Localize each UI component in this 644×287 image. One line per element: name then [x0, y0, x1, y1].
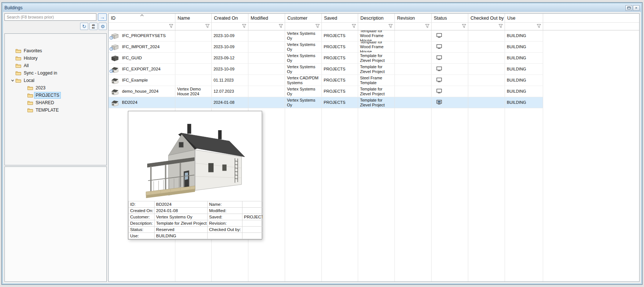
sync-clock-icon [109, 69, 113, 74]
preview-value: Reserved [155, 227, 208, 233]
rename-icon-line2: ac [92, 26, 95, 29]
table-row-ifc-import-2024[interactable]: IFC_IMPORT_20242023-10-09Vertex Systems … [109, 42, 543, 53]
cell-saved: PROJECTS [322, 30, 358, 41]
sort-ascending-icon [141, 14, 144, 17]
cell-use: BUILDING [505, 64, 543, 75]
funnel-icon [462, 24, 466, 29]
column-header-status[interactable]: Status [432, 14, 468, 22]
column-header-id[interactable]: ID [109, 14, 175, 22]
column-header-use[interactable]: Use [505, 14, 543, 22]
cell-revision [395, 30, 432, 41]
cell-modified [248, 30, 285, 41]
folder-tree: FavoritesHistoryAllSync - Logged inLocal… [4, 33, 107, 165]
tree-item-label: Favorites [23, 48, 43, 54]
close-button[interactable]: × [633, 5, 640, 11]
preview-details-table: ID:BD2024Name:Created On:2024-01-08Modif… [128, 201, 263, 239]
filter-button-modified[interactable] [278, 23, 284, 29]
cell-description: Template for Zlevel Project [358, 64, 395, 75]
rename-button[interactable]: ab ac [89, 23, 98, 30]
filter-button-name[interactable] [204, 23, 211, 29]
table-row-ifc-example[interactable]: IFC_Example01.11.2023Vertex CAD/PDM Syst… [109, 75, 543, 86]
filter-cell-status [432, 23, 468, 30]
table-row-ifc-export-2024[interactable]: IFC_EXPORT_20242023-10-09Vertex Systems … [109, 64, 543, 75]
funnel-icon [278, 24, 283, 29]
search-input[interactable] [4, 13, 96, 21]
filter-button-revision[interactable] [424, 23, 430, 29]
cell-id: IFC_IMPORT_2024 [109, 42, 175, 52]
column-header-customer[interactable]: Customer [285, 14, 322, 22]
table-row-ifc-guid[interactable]: IFC_GUID2023-09-12Vertex Systems OyPROJE… [109, 53, 543, 64]
status-available-icon [436, 77, 442, 83]
folder-icon [27, 108, 34, 113]
folder-icon [15, 70, 23, 76]
cell-saved: PROJECTS [322, 64, 358, 75]
filter-button-description[interactable] [387, 23, 394, 29]
preview-row: ID:BD2024Name: [129, 201, 263, 208]
float-button[interactable] [625, 5, 632, 11]
folder-icon [27, 100, 34, 105]
filter-cell-customer [285, 23, 322, 30]
filter-button-use[interactable] [536, 23, 542, 29]
funnel-icon [169, 24, 174, 29]
settings-button[interactable]: ⚙ [99, 23, 107, 30]
cell-description: Steel Frame Template [358, 75, 395, 86]
preview-value: BD2024 [155, 201, 208, 208]
column-header-modified[interactable]: Modified [248, 14, 285, 22]
cell-checked-out-by [468, 97, 505, 108]
column-header-checked-out-by[interactable]: Checked Out by [468, 14, 505, 22]
preview-value: 2024-01-08 [155, 208, 208, 214]
cell-saved: PROJECTS [322, 53, 358, 63]
tree-item-template[interactable]: TEMPLATE [5, 106, 106, 114]
filter-button-saved[interactable] [351, 23, 357, 29]
preview-label: Status: [129, 227, 155, 233]
preview-value [242, 233, 263, 239]
folder-icon [15, 78, 23, 83]
column-header-revision[interactable]: Revision [395, 14, 432, 22]
column-header-name[interactable]: Name [175, 14, 212, 22]
titlebar[interactable]: Buildings × [3, 4, 641, 12]
tree-item-projects[interactable]: PROJECTS [5, 92, 106, 99]
table-row-ifc-propertysets[interactable]: IFC_PROPERTYSETS2023-10-09Vertex Systems… [109, 30, 543, 42]
tree-item-shared[interactable]: SHARED [5, 99, 106, 106]
tree-item-local[interactable]: Local [5, 77, 106, 84]
preview-value [242, 220, 263, 227]
preview-label: Name: [208, 201, 242, 208]
table-row-bd2024[interactable]: BD20242024-01-08Vertex Systems OyPROJECT… [109, 97, 543, 108]
cell-saved: PROJECTS [322, 86, 358, 97]
search-row: → [4, 13, 107, 21]
tree-item-label: Local [23, 77, 36, 83]
folder-icon [27, 93, 34, 98]
funnel-icon [388, 24, 393, 29]
refresh-button[interactable]: ↻ [80, 23, 88, 30]
collapse-icon[interactable] [10, 78, 15, 83]
cell-name [175, 75, 212, 86]
preview-row: Created On:2024-01-08Modified: [129, 208, 263, 214]
filter-button-customer[interactable] [314, 23, 321, 29]
funnel-icon [536, 24, 541, 29]
grid-line [543, 108, 543, 281]
search-go-button[interactable]: → [98, 13, 107, 21]
filter-button-checked-out-by[interactable] [498, 23, 504, 29]
column-header-label: Revision [397, 16, 415, 21]
tree-item-all[interactable]: All [5, 62, 106, 69]
table-row-demo-house-2024[interactable]: demo_house_2024Vertex Demo House 202412.… [109, 86, 543, 97]
column-header-description[interactable]: Description [358, 14, 395, 22]
filter-button-status[interactable] [461, 23, 467, 29]
column-header-created-on[interactable]: Created On [212, 14, 248, 22]
cell-name [175, 42, 212, 52]
filter-button-id[interactable] [168, 23, 174, 29]
tree-item-2023[interactable]: 2023 [5, 84, 106, 92]
cell-saved: PROJECTS [322, 97, 358, 108]
tree-item-sync-logged-in[interactable]: Sync - Logged in [5, 69, 106, 77]
filter-button-created-on[interactable] [241, 23, 247, 29]
cell-customer: Vertex Systems Oy [285, 86, 322, 97]
column-header-saved[interactable]: Saved [322, 14, 358, 22]
folder-icon [15, 48, 23, 53]
tree-item-history[interactable]: History [5, 55, 106, 62]
tree-item-favorites[interactable]: Favorites [5, 47, 106, 55]
column-header-label: Checked Out by [470, 16, 504, 21]
status-available-icon [436, 89, 442, 95]
column-header-label: Created On [214, 16, 238, 21]
window-content: → ↻ ab ac ⚙ FavoritesHistoryAllSync - Lo… [3, 12, 641, 283]
sync-clock-icon [109, 47, 113, 52]
